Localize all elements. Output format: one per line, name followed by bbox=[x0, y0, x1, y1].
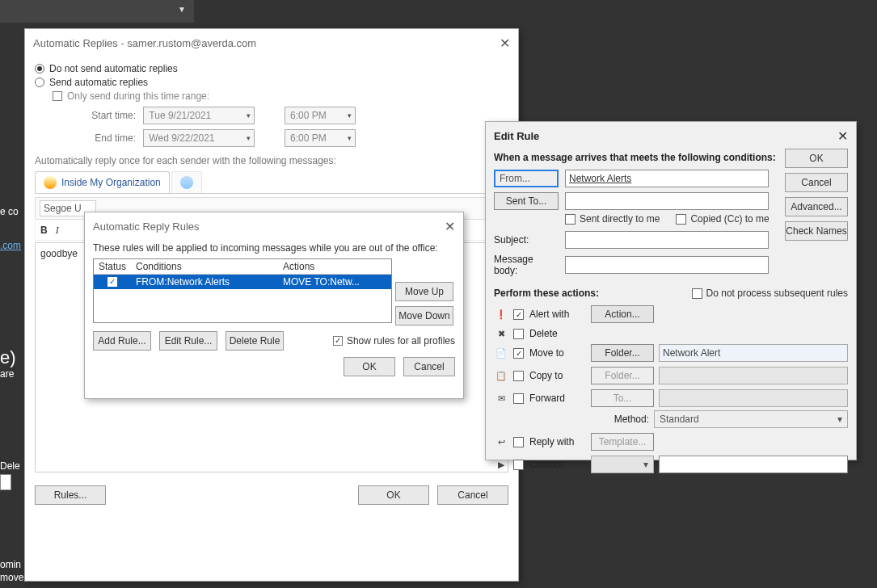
radio-send[interactable] bbox=[35, 78, 44, 87]
edit-rule-button[interactable]: Edit Rule... bbox=[159, 331, 217, 351]
close-icon[interactable]: ✕ bbox=[837, 128, 848, 144]
move-icon: 📄 bbox=[494, 348, 508, 359]
alert-checkbox[interactable] bbox=[513, 309, 524, 320]
ok-button[interactable]: OK bbox=[358, 485, 429, 505]
custom-label: Custom bbox=[529, 459, 586, 470]
reply-rules-title: Automatic Reply Rules bbox=[93, 220, 200, 233]
move-checkbox[interactable] bbox=[513, 348, 524, 359]
end-time-label: End time: bbox=[79, 132, 136, 144]
forward-icon: ✉ bbox=[494, 393, 508, 404]
close-icon[interactable]: ✕ bbox=[500, 36, 510, 51]
reply-checkbox[interactable] bbox=[513, 437, 524, 447]
subject-field[interactable] bbox=[565, 231, 769, 249]
italic-button[interactable]: I bbox=[56, 225, 59, 237]
rules-ok-button[interactable]: OK bbox=[344, 357, 395, 376]
forward-checkbox[interactable] bbox=[513, 393, 524, 404]
cc-checkbox[interactable] bbox=[676, 214, 686, 225]
reply-icon: ↩ bbox=[494, 437, 508, 447]
globe-icon bbox=[180, 176, 193, 189]
sent-directly-checkbox[interactable] bbox=[565, 214, 576, 225]
delete-rule-button[interactable]: Delete Rule bbox=[226, 331, 284, 351]
bg-input-frag[interactable] bbox=[0, 474, 11, 490]
start-date-combo[interactable]: Tue 9/21/2021▾ bbox=[143, 107, 255, 124]
start-time-combo[interactable]: 6:00 PM▾ bbox=[285, 107, 356, 124]
automatic-replies-title: Automatic Replies - samer.rustom@averda.… bbox=[33, 37, 256, 49]
bg-text-6: move bbox=[0, 572, 23, 583]
template-button[interactable]: Template... bbox=[591, 433, 654, 451]
radio-send-label: Send automatic replies bbox=[49, 77, 148, 88]
end-time-combo[interactable]: 6:00 PM▾ bbox=[285, 129, 356, 147]
edit-rule-title: Edit Rule bbox=[494, 130, 539, 142]
edit-rule-dialog: Edit Rule ✕ When a message arrives that … bbox=[485, 121, 857, 460]
col-conditions: Conditions bbox=[131, 259, 278, 274]
edit-ok-button[interactable]: OK bbox=[785, 149, 848, 168]
tab-outside-org[interactable] bbox=[171, 171, 202, 193]
start-time-label: Start time: bbox=[79, 110, 136, 121]
copy-folder-field bbox=[659, 367, 848, 384]
custom-field[interactable] bbox=[659, 456, 848, 473]
method-select[interactable]: Standard▾ bbox=[654, 410, 848, 428]
radio-do-not-send[interactable] bbox=[35, 64, 44, 74]
col-status: Status bbox=[94, 259, 131, 274]
move-folder-button[interactable]: Folder... bbox=[591, 344, 654, 362]
person-icon bbox=[44, 176, 57, 189]
bg-text-4: Dele bbox=[0, 460, 20, 472]
perform-label: Perform these actions: bbox=[494, 288, 599, 299]
only-range-label: Only send during this time range: bbox=[67, 90, 209, 102]
move-label: Move to bbox=[529, 347, 586, 359]
no-subsequent-checkbox[interactable] bbox=[692, 288, 702, 299]
bg-link[interactable]: .com bbox=[0, 240, 21, 251]
custom-checkbox[interactable] bbox=[513, 460, 524, 470]
tab-inside-org[interactable]: Inside My Organization bbox=[35, 171, 170, 193]
reply-rules-dialog: Automatic Reply Rules ✕ These rules will… bbox=[84, 212, 464, 399]
custom-icon: ▶ bbox=[494, 460, 508, 470]
copy-icon: 📋 bbox=[494, 371, 508, 381]
show-all-profiles-checkbox[interactable] bbox=[333, 336, 343, 346]
delete-checkbox[interactable] bbox=[513, 329, 524, 339]
sent-to-button[interactable]: Sent To... bbox=[494, 192, 559, 210]
tab-inside-label: Inside My Organization bbox=[61, 177, 161, 188]
rules-button[interactable]: Rules... bbox=[35, 485, 106, 505]
rules-cancel-button[interactable]: Cancel bbox=[403, 357, 455, 376]
rules-table: Status Conditions Actions FROM:Network A… bbox=[93, 258, 392, 323]
edit-cancel-button[interactable]: Cancel bbox=[785, 173, 848, 192]
method-label: Method: bbox=[586, 414, 649, 425]
body-field[interactable] bbox=[565, 256, 769, 274]
delete-icon: ✖ bbox=[494, 329, 508, 339]
add-rule-button[interactable]: Add Rule... bbox=[93, 331, 151, 351]
subject-label: Subject: bbox=[494, 234, 559, 246]
alert-label: Alert with bbox=[529, 309, 586, 320]
move-folder-field[interactable]: Network Alert bbox=[659, 344, 848, 362]
reply-label: Reply with bbox=[529, 436, 586, 447]
action-button[interactable]: Action... bbox=[591, 305, 654, 323]
body-label: Message body: bbox=[494, 254, 559, 276]
show-all-profiles-label: Show rules for all profiles bbox=[347, 335, 455, 346]
radio-do-not-send-label: Do not send automatic replies bbox=[49, 63, 178, 74]
cancel-button[interactable]: Cancel bbox=[437, 485, 508, 505]
rule-enabled-checkbox[interactable] bbox=[108, 277, 117, 287]
forward-to-button[interactable]: To... bbox=[591, 389, 654, 407]
forward-to-field bbox=[659, 389, 848, 407]
move-up-button[interactable]: Move Up bbox=[395, 282, 453, 301]
move-down-button[interactable]: Move Down bbox=[395, 306, 453, 326]
only-range-checkbox[interactable] bbox=[53, 91, 62, 101]
copy-checkbox[interactable] bbox=[513, 371, 524, 381]
check-names-button[interactable]: Check Names bbox=[785, 221, 848, 241]
rule-action: MOVE TO:Netw... bbox=[278, 275, 391, 289]
end-date-combo[interactable]: Wed 9/22/2021▾ bbox=[143, 129, 255, 147]
copy-folder-button[interactable]: Folder... bbox=[591, 367, 654, 384]
sent-to-field[interactable] bbox=[565, 192, 769, 210]
advanced-button[interactable]: Advanced... bbox=[785, 197, 848, 216]
ribbon-dropdown-icon[interactable]: ▼ bbox=[178, 5, 186, 14]
from-field[interactable]: Network Alerts bbox=[565, 170, 769, 187]
bg-text-3: are bbox=[0, 368, 14, 380]
forward-label: Forward bbox=[529, 393, 586, 404]
rule-row[interactable]: FROM:Network Alerts MOVE TO:Netw... bbox=[94, 275, 391, 289]
bold-button[interactable]: B bbox=[40, 225, 48, 237]
ribbon-fragment: ▼ bbox=[0, 0, 194, 23]
sent-directly-label: Sent directly to me bbox=[580, 213, 660, 225]
from-button[interactable]: From... bbox=[494, 170, 559, 187]
close-icon[interactable]: ✕ bbox=[445, 219, 455, 234]
no-subsequent-label: Do not process subsequent rules bbox=[706, 288, 848, 299]
custom-select[interactable]: ▾ bbox=[591, 456, 654, 473]
